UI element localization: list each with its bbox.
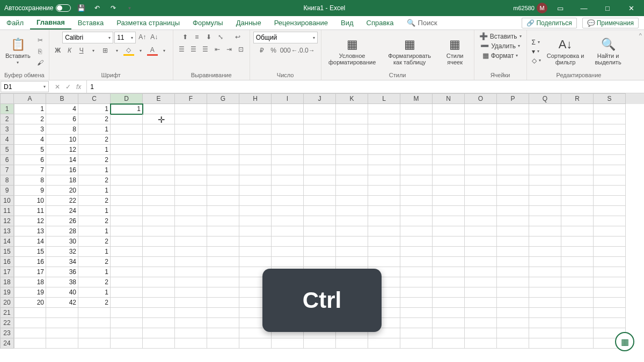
cell[interactable]: 1 bbox=[78, 186, 111, 196]
font-size-select[interactable]: 11▾ bbox=[114, 32, 136, 43]
cell[interactable] bbox=[111, 206, 143, 216]
cell[interactable] bbox=[465, 237, 497, 247]
cell[interactable] bbox=[561, 206, 594, 216]
cell[interactable] bbox=[497, 298, 529, 308]
cell[interactable]: 14 bbox=[46, 155, 78, 165]
cell[interactable]: 6 bbox=[46, 114, 78, 124]
cell[interactable] bbox=[433, 287, 465, 298]
cell[interactable] bbox=[111, 287, 143, 298]
cell[interactable] bbox=[594, 145, 626, 155]
cell[interactable] bbox=[561, 186, 594, 196]
cell[interactable] bbox=[497, 277, 529, 287]
cell[interactable] bbox=[336, 206, 368, 216]
cell[interactable] bbox=[304, 145, 336, 155]
cell[interactable]: 2 bbox=[78, 135, 111, 145]
cell[interactable] bbox=[433, 155, 465, 165]
cell[interactable] bbox=[561, 155, 594, 165]
cell[interactable] bbox=[111, 298, 143, 308]
cell[interactable] bbox=[239, 216, 272, 226]
cell[interactable]: 18 bbox=[14, 277, 46, 287]
cell[interactable] bbox=[239, 237, 272, 247]
row-header[interactable]: 12 bbox=[0, 216, 14, 226]
cell[interactable] bbox=[175, 135, 207, 145]
cell[interactable] bbox=[143, 237, 175, 247]
cell[interactable] bbox=[239, 226, 272, 237]
cell[interactable] bbox=[272, 114, 304, 124]
cell[interactable] bbox=[497, 104, 529, 114]
cell[interactable]: 24 bbox=[46, 206, 78, 216]
cell[interactable] bbox=[272, 145, 304, 155]
cell[interactable] bbox=[143, 257, 175, 267]
cell[interactable] bbox=[561, 175, 594, 186]
cell[interactable]: 1 bbox=[78, 287, 111, 298]
cell[interactable] bbox=[207, 338, 239, 349]
cell[interactable] bbox=[239, 338, 272, 349]
cell[interactable] bbox=[400, 145, 433, 155]
cell[interactable]: 26 bbox=[46, 216, 78, 226]
cell[interactable] bbox=[529, 338, 561, 349]
cell[interactable]: 13 bbox=[14, 226, 46, 237]
cell[interactable] bbox=[433, 298, 465, 308]
help-float-button[interactable]: ▦ bbox=[615, 332, 634, 351]
wrap-text-icon[interactable]: ↩ bbox=[232, 32, 243, 42]
underline-icon[interactable]: Ч bbox=[76, 45, 87, 56]
cell[interactable] bbox=[143, 287, 175, 298]
cell[interactable]: 36 bbox=[46, 267, 78, 277]
cell[interactable] bbox=[529, 175, 561, 186]
undo-icon[interactable]: ↶ bbox=[91, 2, 103, 14]
cell[interactable]: 15 bbox=[14, 247, 46, 257]
grow-font-icon[interactable]: A↑ bbox=[137, 32, 148, 42]
col-header[interactable]: I bbox=[272, 93, 304, 104]
cell[interactable] bbox=[433, 277, 465, 287]
cell[interactable]: 14 bbox=[14, 237, 46, 247]
cell[interactable] bbox=[78, 318, 111, 328]
cell[interactable] bbox=[594, 124, 626, 135]
cell[interactable]: 2 bbox=[78, 257, 111, 267]
cell[interactable] bbox=[529, 104, 561, 114]
cell[interactable] bbox=[207, 277, 239, 287]
cell[interactable] bbox=[529, 114, 561, 124]
formula-input[interactable]: 1 bbox=[87, 80, 644, 93]
cell[interactable]: 2 bbox=[78, 196, 111, 206]
merge-icon[interactable]: ⊡ bbox=[236, 44, 246, 55]
cell[interactable] bbox=[304, 135, 336, 145]
cell[interactable]: 10 bbox=[46, 135, 78, 145]
cell[interactable] bbox=[111, 216, 143, 226]
cell[interactable] bbox=[239, 175, 272, 186]
cell[interactable] bbox=[175, 267, 207, 277]
indent-inc-icon[interactable]: ⇥ bbox=[224, 44, 235, 55]
cell[interactable]: 1 bbox=[78, 247, 111, 257]
cell[interactable]: 30 bbox=[46, 237, 78, 247]
cell[interactable] bbox=[594, 277, 626, 287]
cell[interactable] bbox=[111, 247, 143, 257]
col-header[interactable]: O bbox=[465, 93, 497, 104]
cell[interactable] bbox=[175, 175, 207, 186]
cell[interactable] bbox=[207, 237, 239, 247]
cell[interactable] bbox=[594, 206, 626, 216]
cell[interactable] bbox=[433, 318, 465, 328]
cell[interactable] bbox=[336, 104, 368, 114]
cell[interactable] bbox=[433, 145, 465, 155]
cell[interactable] bbox=[433, 135, 465, 145]
align-bottom-icon[interactable]: ⬇ bbox=[203, 32, 214, 42]
cell[interactable] bbox=[561, 257, 594, 267]
cell[interactable] bbox=[497, 145, 529, 155]
cell[interactable] bbox=[561, 124, 594, 135]
cell[interactable] bbox=[400, 155, 433, 165]
cut-icon[interactable]: ✂ bbox=[35, 35, 46, 46]
cell[interactable]: 1 bbox=[14, 104, 46, 114]
cell[interactable] bbox=[272, 155, 304, 165]
cell[interactable] bbox=[336, 165, 368, 175]
col-header[interactable]: H bbox=[239, 93, 272, 104]
cell[interactable]: 32 bbox=[46, 247, 78, 257]
col-header[interactable]: J bbox=[304, 93, 336, 104]
cell[interactable] bbox=[433, 206, 465, 216]
cell[interactable] bbox=[175, 196, 207, 206]
row-header[interactable]: 24 bbox=[0, 338, 14, 349]
cell-styles-button[interactable]: ▦Стили ячеек bbox=[440, 36, 471, 67]
cell[interactable] bbox=[497, 135, 529, 145]
cell[interactable] bbox=[304, 124, 336, 135]
cell[interactable] bbox=[465, 216, 497, 226]
cell[interactable] bbox=[529, 226, 561, 237]
cell[interactable] bbox=[143, 196, 175, 206]
